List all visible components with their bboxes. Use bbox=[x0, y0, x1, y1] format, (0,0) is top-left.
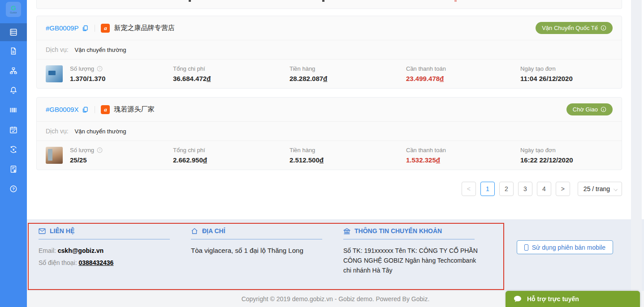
question-icon[interactable]: ? bbox=[97, 66, 103, 72]
currency-symbol: đ bbox=[440, 75, 444, 82]
created-date-value: 16:22 22/12/2020 bbox=[520, 156, 610, 164]
barcode-icon bbox=[9, 106, 18, 115]
phone-link[interactable]: 0388432436 bbox=[79, 259, 114, 266]
sidebar-item-transactions[interactable]: ¥ bbox=[0, 140, 27, 159]
document-icon bbox=[9, 47, 18, 55]
mobile-version-button[interactable]: Sử dụng phiên bản mobile bbox=[517, 240, 613, 254]
goods-value: 2.512.500 bbox=[290, 156, 320, 164]
order-id-link[interactable]: #GB0009P bbox=[46, 24, 78, 32]
address-value: Tòa viglacera, số 1 đại lộ Thăng Long bbox=[191, 246, 325, 256]
site-footer: LIÊN HỆ Email: cskh@gobiz.vn Số điện tho… bbox=[27, 219, 644, 291]
support-label: Hỗ trợ trực tuyến bbox=[527, 295, 579, 303]
goods-value-label: Tiền hàng bbox=[290, 65, 406, 72]
mail-icon bbox=[39, 228, 46, 234]
sidebar-item-notifications[interactable] bbox=[0, 81, 27, 100]
goods-value: 28.282.087 bbox=[290, 75, 323, 82]
bank-value: Số TK: 191xxxxxx Tên TK: CÔNG TY CỔ PHẦN… bbox=[343, 246, 478, 275]
gobiz-logo[interactable]: G Gobiz bbox=[6, 2, 21, 17]
bell-icon bbox=[9, 86, 18, 95]
sidebar-item-help[interactable]: ? bbox=[0, 179, 27, 199]
phone-label: Số điện thoại: bbox=[39, 259, 77, 266]
need-payment-value: 1.532.325 bbox=[406, 156, 436, 164]
need-payment-value: 23.499.478 bbox=[406, 75, 440, 82]
order-stats-row: Số lượng ? 25/25 Tổng chi phí 2.662.950đ… bbox=[37, 141, 622, 170]
sidebar-item-orders[interactable] bbox=[0, 23, 27, 41]
logo-letter: G bbox=[11, 5, 16, 11]
pagination-page-2[interactable]: 2 bbox=[499, 182, 514, 196]
order-service-row: Dịch vụ: Vận chuyển thường bbox=[37, 122, 622, 141]
sidebar-nav: ¥ ? bbox=[0, 23, 27, 199]
order-id-link[interactable]: #GB0009X bbox=[46, 106, 78, 113]
chevron-down-icon bbox=[614, 187, 618, 191]
svg-text:?: ? bbox=[99, 149, 101, 152]
footer-bank-section: THÔNG TIN CHUYỂN KHOẢN Số TK: 191xxxxxx … bbox=[343, 227, 496, 275]
online-support-bar[interactable]: Hỗ trợ trực tuyến bbox=[506, 291, 640, 307]
quantity-label: Số lượng bbox=[70, 147, 94, 154]
product-thumbnail[interactable] bbox=[46, 65, 63, 82]
order-card-header: #GB0009P a 新宠之康品牌专营店 Vận Chuyển Quốc Tế bbox=[37, 16, 622, 40]
sidebar-item-documents[interactable] bbox=[0, 41, 27, 61]
email-label: Email: bbox=[39, 247, 56, 254]
scrollbar-track[interactable] bbox=[631, 0, 642, 307]
order-list: #GB0009P a 新宠之康品牌专营店 Vận Chuyển Quốc Tế … bbox=[27, 0, 644, 196]
order-card-header: #GB0009X a 瑰若源头厂家 Chờ Giao bbox=[37, 98, 622, 122]
clipped-text-fragment bbox=[189, 0, 191, 2]
need-payment-label: Cần thanh toán bbox=[406, 65, 520, 72]
currency-symbol: đ bbox=[436, 156, 440, 164]
bank-icon bbox=[343, 228, 350, 235]
currency-sync-icon: ¥ bbox=[9, 145, 18, 154]
pagination-prev-button[interactable]: < bbox=[462, 182, 476, 196]
clipped-text-fragment bbox=[322, 0, 324, 2]
question-icon[interactable]: ? bbox=[97, 147, 103, 153]
order-card: #GB0009X a 瑰若源头厂家 Chờ Giao Dịch vụ: Vận … bbox=[36, 97, 622, 170]
currency-symbol: đ bbox=[203, 156, 207, 164]
email-value: cskh@gobiz.vn bbox=[58, 247, 104, 254]
total-cost-value: 2.662.950 bbox=[173, 156, 203, 164]
order-card: #GB0009P a 新宠之康品牌专营店 Vận Chuyển Quốc Tế … bbox=[36, 16, 622, 89]
service-label: Dịch vụ: bbox=[46, 46, 69, 53]
clipped-previous-card bbox=[36, 0, 622, 9]
order-stats-row: Số lượng ? 1.370/1.370 Tổng chi phí 36.6… bbox=[37, 60, 622, 88]
pagination: < 1 2 3 4 > 25 / trang bbox=[36, 182, 622, 196]
service-value: Vận chuyển thường bbox=[75, 128, 126, 135]
copy-icon[interactable] bbox=[82, 25, 89, 32]
footer-contact-section: LIÊN HỆ Email: cskh@gobiz.vn Số điện tho… bbox=[39, 227, 191, 270]
product-thumbnail[interactable] bbox=[46, 147, 63, 164]
svg-text:?: ? bbox=[99, 67, 101, 70]
contact-title: LIÊN HỆ bbox=[50, 227, 74, 235]
status-label: Chờ Giao bbox=[573, 106, 598, 113]
total-cost-value: 36.684.472 bbox=[173, 75, 207, 82]
goods-value-label: Tiền hàng bbox=[290, 147, 406, 154]
pagination-page-1[interactable]: 1 bbox=[480, 182, 495, 196]
bank-title: THÔNG TIN CHUYỂN KHOẢN bbox=[354, 227, 442, 235]
sidebar: G Gobiz ¥ ? bbox=[0, 0, 27, 307]
main-area: #GB0009P a 新宠之康品牌专营店 Vận Chuyển Quốc Tế … bbox=[27, 0, 644, 196]
logo-subtext: Gobiz bbox=[10, 11, 17, 14]
page-size-value: 25 / trang bbox=[583, 185, 610, 192]
pagination-page-3[interactable]: 3 bbox=[518, 182, 532, 196]
service-label: Dịch vụ: bbox=[46, 128, 69, 135]
sidebar-item-barcode[interactable] bbox=[0, 100, 27, 120]
sidebar-item-structure[interactable] bbox=[0, 61, 27, 81]
sidebar-item-complaints[interactable] bbox=[0, 159, 27, 179]
svg-text:?: ? bbox=[12, 187, 15, 191]
copy-icon[interactable] bbox=[82, 106, 89, 113]
status-badge[interactable]: Vận Chuyển Quốc Tế bbox=[536, 22, 613, 34]
sidebar-item-schedule[interactable] bbox=[0, 120, 27, 140]
status-badge[interactable]: Chờ Giao bbox=[566, 103, 613, 115]
status-label: Vận Chuyển Quốc Tế bbox=[542, 25, 598, 31]
service-value: Vận chuyển thường bbox=[75, 47, 126, 53]
divider bbox=[95, 106, 95, 113]
created-date-label: Ngày tạo đơn bbox=[520, 65, 610, 72]
address-title: ĐỊA CHỈ bbox=[202, 227, 225, 235]
page-size-select[interactable]: 25 / trang bbox=[578, 182, 622, 196]
help-icon: ? bbox=[9, 184, 18, 193]
total-cost-label: Tổng chi phí bbox=[173, 65, 290, 72]
quantity-value: 25/25 bbox=[70, 156, 173, 164]
pagination-page-4[interactable]: 4 bbox=[537, 182, 551, 196]
quantity-value: 1.370/1.370 bbox=[70, 75, 173, 82]
pagination-next-button[interactable]: > bbox=[556, 182, 570, 196]
contact-file-icon bbox=[9, 165, 18, 174]
home-icon bbox=[191, 228, 198, 235]
calendar-check-icon bbox=[9, 125, 18, 134]
